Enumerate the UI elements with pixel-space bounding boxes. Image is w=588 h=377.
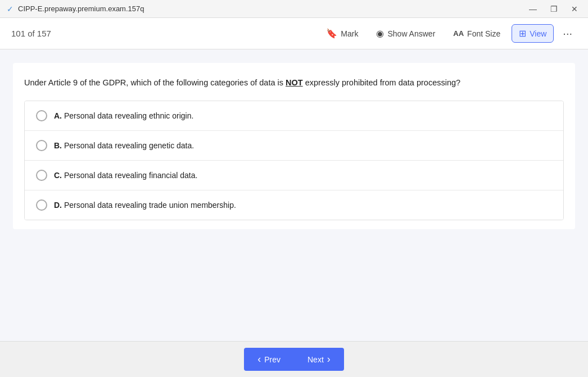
more-options-button[interactable]: ··· — [558, 25, 577, 42]
option-row[interactable]: B.Personal data revealing genetic data. — [25, 131, 563, 161]
prev-icon: ‹ — [257, 353, 261, 365]
view-icon: ⊞ — [519, 28, 526, 39]
bookmark-icon: 🔖 — [326, 28, 337, 39]
next-icon: › — [327, 353, 331, 365]
option-radio-2 — [36, 170, 47, 181]
mark-button[interactable]: 🔖 Mark — [319, 25, 365, 42]
option-letter-1: B. — [54, 141, 62, 150]
option-row[interactable]: C.Personal data revealing financial data… — [25, 161, 563, 190]
minimize-button[interactable]: — — [526, 4, 540, 14]
question-progress: 101 of 157 — [11, 29, 51, 38]
prev-button[interactable]: ‹ Prev — [244, 348, 294, 371]
title-bar-controls: — ❐ ✕ — [526, 4, 581, 14]
eye-icon: ◉ — [376, 28, 384, 39]
maximize-button[interactable]: ❐ — [547, 4, 561, 14]
main-content: Under Article 9 of the GDPR, which of th… — [0, 49, 588, 341]
question-text-before: Under Article 9 of the GDPR, which of th… — [24, 78, 286, 87]
option-label-3: D.Personal data revealing trade union me… — [54, 201, 236, 210]
window-title: CIPP-E.prepaway.premium.exam.157q — [18, 4, 144, 13]
font-size-icon: AA — [453, 29, 464, 38]
question-bold-word: NOT — [286, 78, 303, 87]
option-letter-0: A. — [54, 111, 62, 120]
close-button[interactable]: ✕ — [568, 4, 581, 14]
next-label: Next — [307, 355, 324, 364]
options-container: A.Personal data revealing ethnic origin.… — [24, 101, 564, 220]
check-icon: ✓ — [7, 4, 13, 13]
question-text-after: expressly prohibited from data processin… — [303, 78, 460, 87]
toolbar: 101 of 157 🔖 Mark ◉ Show Answer AA Font … — [0, 18, 588, 49]
bottom-bar: ‹ Prev Next › — [0, 341, 588, 377]
question-container: Under Article 9 of the GDPR, which of th… — [13, 63, 575, 229]
option-radio-1 — [36, 140, 47, 151]
option-label-0: A.Personal data revealing ethnic origin. — [54, 111, 193, 120]
option-row[interactable]: D.Personal data revealing trade union me… — [25, 190, 563, 220]
toolbar-actions: 🔖 Mark ◉ Show Answer AA Font Size ⊞ View… — [319, 24, 577, 43]
option-radio-0 — [36, 110, 47, 121]
option-radio-3 — [36, 199, 47, 211]
title-bar-left: ✓ CIPP-E.prepaway.premium.exam.157q — [7, 4, 144, 13]
option-label-2: C.Personal data revealing financial data… — [54, 171, 197, 180]
view-button[interactable]: ⊞ View — [512, 24, 554, 43]
option-letter-3: D. — [54, 201, 62, 210]
option-label-1: B.Personal data revealing genetic data. — [54, 141, 194, 150]
next-button[interactable]: Next › — [294, 348, 344, 371]
font-size-button[interactable]: AA Font Size — [446, 26, 507, 42]
show-answer-label: Show Answer — [387, 29, 435, 38]
mark-label: Mark — [341, 29, 358, 38]
font-size-label: Font Size — [467, 29, 500, 38]
title-bar: ✓ CIPP-E.prepaway.premium.exam.157q — ❐ … — [0, 0, 588, 18]
option-row[interactable]: A.Personal data revealing ethnic origin. — [25, 101, 563, 131]
show-answer-button[interactable]: ◉ Show Answer — [369, 25, 442, 42]
prev-label: Prev — [264, 355, 281, 364]
option-letter-2: C. — [54, 171, 62, 180]
view-label: View — [530, 29, 546, 38]
question-text: Under Article 9 of the GDPR, which of th… — [24, 76, 564, 89]
